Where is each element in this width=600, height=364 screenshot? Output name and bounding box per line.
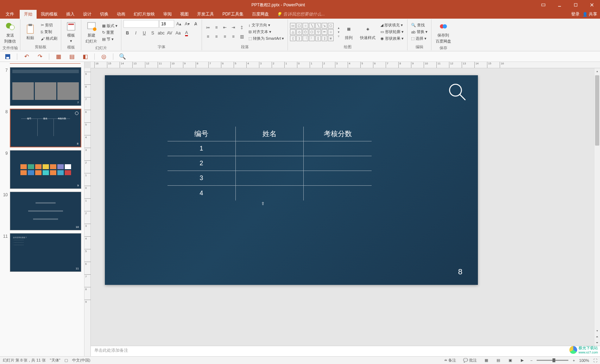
smartart-button[interactable]: ⬚转换为 SmartArt▾ — [247, 36, 285, 41]
tab-file[interactable]: 文件 — [0, 10, 20, 19]
tab-devtools[interactable]: 开发工具 — [193, 10, 218, 19]
case-icon[interactable]: Aa — [174, 29, 182, 37]
tab-baidu[interactable]: 百度网盘 — [248, 10, 273, 19]
zoom-in-icon[interactable]: + — [573, 358, 575, 363]
notes-pane[interactable]: 单击此处添加备注 — [91, 346, 600, 356]
indent-dec-icon[interactable]: ⇤ — [221, 24, 229, 31]
slideshow-view-icon[interactable]: ▶ — [518, 357, 526, 364]
table-cell[interactable]: 3 — [168, 171, 236, 185]
send-to-wechat-button[interactable]: 发送到微信 — [2, 20, 18, 45]
copy-button[interactable]: ⎘复制 — [39, 29, 59, 35]
tab-slideshow[interactable]: 幻灯片放映 — [130, 10, 159, 19]
thumbnail-10[interactable]: 10 10 — [0, 190, 84, 232]
line-spacing-icon[interactable]: ‡ — [238, 24, 246, 31]
prev-slide-icon[interactable]: ⏶ — [594, 334, 600, 340]
bold-icon[interactable]: B — [124, 29, 131, 37]
thumbnail-11[interactable]: 11 如何使用此模板？· ····················· ·····… — [0, 232, 84, 273]
paste-button[interactable]: 粘贴 — [23, 23, 38, 41]
qat-icon-2[interactable]: ▤ — [68, 52, 76, 61]
normal-view-icon[interactable]: ▦ — [482, 357, 490, 364]
tab-insert[interactable]: 插入 — [62, 10, 79, 19]
current-slide[interactable]: 编号 姓名 考核分数 1 2 3 4 ⇧ 8 — [105, 75, 478, 285]
indent-inc-icon[interactable]: ⇥ — [229, 24, 237, 31]
format-painter-button[interactable]: 🖌格式刷 — [39, 36, 59, 41]
bullets-icon[interactable]: ≔ — [204, 24, 212, 31]
zoom-level[interactable]: 100% — [579, 358, 589, 363]
login-button[interactable]: 登录 — [571, 11, 580, 17]
reset-button[interactable]: ↻重置 — [101, 30, 119, 36]
strike-icon[interactable]: S — [149, 29, 157, 37]
table-cell[interactable]: 2 — [168, 156, 236, 171]
tab-pdftools[interactable]: PDF工具集 — [218, 10, 248, 19]
font-family-input[interactable] — [124, 20, 159, 28]
maximize-icon[interactable] — [568, 0, 584, 10]
tell-me-search[interactable]: 💡 告诉我您想要做什么... — [273, 10, 328, 19]
spacing-icon[interactable]: AV — [166, 29, 173, 37]
table-cell[interactable]: 1 — [168, 141, 236, 156]
table-cell[interactable]: 4 — [168, 186, 236, 200]
notes-toggle[interactable]: ≐备注 — [443, 358, 457, 363]
next-slide-icon[interactable]: ⏷ — [594, 340, 600, 346]
thumbnail-9[interactable]: 9 9 — [0, 149, 84, 190]
comments-toggle[interactable]: 💬批注 — [462, 358, 478, 363]
justify-icon[interactable]: ≡ — [229, 33, 237, 40]
minimize-icon[interactable] — [551, 0, 568, 10]
underline-icon[interactable]: U — [140, 29, 148, 37]
thumbnail-8[interactable]: 8 编号姓名考核分数 8 — [0, 107, 84, 149]
increase-font-icon[interactable]: A▴ — [175, 20, 183, 28]
align-center-icon[interactable]: ≡ — [213, 33, 220, 40]
table-header-2[interactable]: 姓名 — [236, 127, 304, 141]
shapes-gallery[interactable]: ▭▢○╲╲↘⬡ △◇⬠⬡▽⬰☆ {}〈〉⟦⟧※ — [290, 23, 335, 41]
new-slide-button[interactable]: 新建幻灯片 — [83, 20, 99, 45]
tab-review[interactable]: 审阅 — [159, 10, 176, 19]
sorter-view-icon[interactable]: ▤ — [494, 357, 502, 364]
tab-transition[interactable]: 切换 — [96, 10, 113, 19]
align-right-icon[interactable]: ≡ — [221, 33, 229, 40]
tab-view[interactable]: 视图 — [176, 10, 193, 19]
scroll-down-icon[interactable]: ▾ — [594, 328, 600, 334]
redo-icon[interactable]: ↷ — [36, 52, 44, 61]
zoom-slider[interactable] — [537, 360, 568, 361]
zoom-out-icon[interactable]: − — [530, 358, 532, 363]
shape-outline-button[interactable]: ▭形状轮廓▾ — [379, 29, 405, 35]
tab-mytemplate[interactable]: 我的模板 — [37, 10, 62, 19]
zoom-icon[interactable]: 🔍 — [118, 52, 127, 61]
quick-styles-button[interactable]: ◈快速样式 — [358, 23, 378, 41]
clear-format-icon[interactable]: A̷ — [192, 20, 200, 28]
select-button[interactable]: ⬚选择▾ — [410, 36, 429, 41]
vertical-scrollbar[interactable]: ▴ ▾ ⏶ ⏷ — [594, 68, 600, 346]
thumbnail-7[interactable]: 7 7 — [0, 66, 84, 107]
shape-effects-button[interactable]: ◉形状效果▾ — [379, 36, 405, 41]
align-text-button[interactable]: ⊟对齐文本▾ — [247, 29, 285, 35]
shape-fill-button[interactable]: ◢形状填充▾ — [379, 22, 405, 28]
qat-icon-4[interactable]: ◎ — [100, 52, 108, 61]
find-button[interactable]: 🔍查找 — [410, 22, 429, 28]
undo-icon[interactable]: ↶ — [22, 52, 31, 61]
reading-view-icon[interactable]: ▣ — [506, 357, 514, 364]
decrease-font-icon[interactable]: A▾ — [183, 20, 191, 28]
slide-thumbnails-panel[interactable]: 7 7 8 编号姓名考核分数 8 9 9 10 10 11 — [0, 62, 84, 356]
columns-icon[interactable]: ▥ — [238, 33, 246, 40]
arrange-button[interactable]: ▦排列 — [341, 23, 356, 41]
save-to-baidu-button[interactable]: 保存到百度网盘 — [434, 20, 453, 45]
tab-design[interactable]: 设计 — [79, 10, 96, 19]
spell-check-icon[interactable]: ▢ — [64, 358, 68, 363]
share-button[interactable]: 👤共享 — [582, 11, 597, 17]
tab-animation[interactable]: 动画 — [113, 10, 130, 19]
shadow-icon[interactable]: abc — [157, 29, 165, 37]
font-size-input[interactable]: 18 — [159, 20, 174, 28]
scroll-thumb[interactable] — [595, 75, 599, 146]
italic-icon[interactable]: I — [132, 29, 140, 37]
replace-button[interactable]: ab替换▾ — [410, 29, 429, 35]
slide-canvas[interactable]: 编号 姓名 考核分数 1 2 3 4 ⇧ 8 — [91, 68, 600, 346]
numbering-icon[interactable]: ≡ — [213, 24, 220, 31]
text-direction-button[interactable]: ↕文字方向▾ — [247, 22, 285, 28]
fit-window-icon[interactable]: ⛶ — [593, 358, 597, 363]
section-button[interactable]: ▤节▾ — [101, 36, 119, 42]
qat-icon-1[interactable]: ▦ — [54, 52, 63, 61]
template-button[interactable]: 模板▾ — [63, 20, 79, 44]
tab-home[interactable]: 开始 — [20, 10, 37, 19]
table-header-1[interactable]: 编号 — [168, 127, 236, 141]
scroll-up-icon[interactable]: ▴ — [594, 68, 600, 74]
close-icon[interactable] — [584, 0, 600, 10]
